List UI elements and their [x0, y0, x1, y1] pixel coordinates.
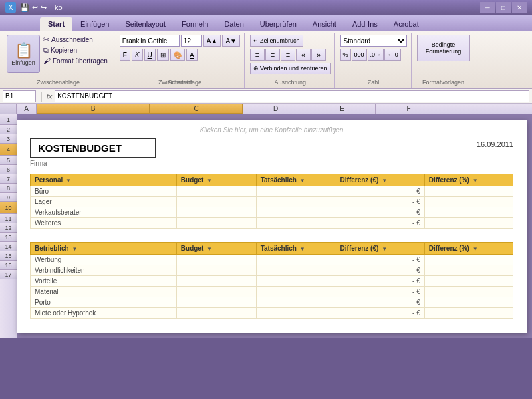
- betrieblich-dropdown-arrow[interactable]: ▼: [72, 246, 77, 252]
- row-label[interactable]: Büro: [31, 186, 177, 197]
- betrieblich-col4[interactable]: Differenz (€) ▼: [336, 243, 424, 255]
- decrease-font-button[interactable]: A▼: [222, 35, 240, 47]
- row-budget[interactable]: [176, 287, 256, 297]
- row-diff-euro[interactable]: - €: [336, 287, 424, 297]
- row-diff-pct[interactable]: [424, 265, 513, 276]
- indent-less-button[interactable]: «: [296, 49, 311, 61]
- row-tatsaechlich[interactable]: [256, 308, 336, 319]
- merge-center-button[interactable]: ⊕ Verbinden und zentrieren: [250, 63, 331, 74]
- row-diff-euro[interactable]: - €: [336, 308, 424, 319]
- col-header-c[interactable]: C: [150, 104, 243, 114]
- row-label[interactable]: Vorteile: [31, 276, 177, 287]
- row-budget[interactable]: [176, 255, 256, 265]
- row-diff-euro[interactable]: - €: [336, 265, 424, 276]
- row-label[interactable]: Lager: [31, 197, 177, 207]
- personal-col1[interactable]: Personal ▼: [31, 174, 177, 186]
- row-header-8[interactable]: 8: [0, 184, 17, 193]
- quick-access-undo[interactable]: ↩: [32, 3, 38, 12]
- tab-daten[interactable]: Daten: [216, 17, 251, 31]
- tatsaechlich2-dropdown-arrow[interactable]: ▼: [300, 246, 305, 252]
- kopieren-button[interactable]: ⧉ Kopieren: [41, 45, 110, 55]
- tab-addins[interactable]: Add-Ins: [344, 17, 386, 31]
- row-header-14[interactable]: 14: [0, 242, 17, 251]
- font-color-button[interactable]: A̲: [186, 49, 198, 61]
- align-left-button[interactable]: ≡: [250, 49, 265, 61]
- row-tatsaechlich[interactable]: [256, 186, 336, 197]
- quick-access-save[interactable]: 💾: [20, 3, 29, 12]
- personal-col5[interactable]: Differenz (%) ▼: [424, 174, 513, 186]
- row-tatsaechlich[interactable]: [256, 218, 336, 229]
- row-tatsaechlich[interactable]: [256, 265, 336, 276]
- row-budget[interactable]: [176, 265, 256, 276]
- italic-button[interactable]: K: [132, 49, 143, 61]
- row-tatsaechlich[interactable]: [256, 255, 336, 265]
- row-tatsaechlich[interactable]: [256, 287, 336, 297]
- row-diff-pct[interactable]: [424, 276, 513, 287]
- row-header-17[interactable]: 17: [0, 270, 17, 279]
- header-prompt[interactable]: Klicken Sie hier, um eine Kopfzeile hinz…: [30, 126, 513, 134]
- row-diff-pct[interactable]: [424, 218, 513, 229]
- border-button[interactable]: ⊞: [157, 49, 169, 61]
- row-header-16[interactable]: 16: [0, 261, 17, 270]
- row-header-12[interactable]: 12: [0, 223, 17, 233]
- row-tatsaechlich[interactable]: [256, 276, 336, 287]
- row-diff-pct[interactable]: [424, 207, 513, 218]
- tab-ueberpruefen[interactable]: Überprüfen: [252, 17, 305, 31]
- row-diff-euro[interactable]: - €: [336, 207, 424, 218]
- increase-decimal-button[interactable]: .0→: [368, 49, 384, 61]
- row-header-10[interactable]: 10: [0, 202, 17, 214]
- maximize-button[interactable]: □: [496, 2, 511, 13]
- row-diff-euro[interactable]: - €: [336, 197, 424, 207]
- tab-acrobat[interactable]: Acrobat: [386, 17, 427, 31]
- bold-button[interactable]: F: [120, 49, 130, 61]
- row-label[interactable]: Weiteres: [31, 218, 177, 229]
- col-header-d[interactable]: D: [243, 104, 309, 114]
- diffpct1-dropdown-arrow[interactable]: ▼: [473, 178, 478, 184]
- row-label[interactable]: Verbindlichkeiten: [31, 265, 177, 276]
- row-label[interactable]: Porto: [31, 297, 177, 308]
- row-diff-euro[interactable]: - €: [336, 297, 424, 308]
- diffeuro1-dropdown-arrow[interactable]: ▼: [382, 178, 387, 184]
- number-format-select[interactable]: Standard: [340, 35, 407, 47]
- betrieblich-col5[interactable]: Differenz (%) ▼: [424, 243, 513, 255]
- row-diff-pct[interactable]: [424, 197, 513, 207]
- font-size-input[interactable]: [181, 35, 202, 47]
- row-header-2[interactable]: 2: [0, 125, 17, 134]
- row-label[interactable]: Verkaufsberater: [31, 207, 177, 218]
- row-label[interactable]: Werbung: [31, 255, 177, 265]
- row-diff-euro[interactable]: - €: [336, 276, 424, 287]
- row-header-13[interactable]: 13: [0, 233, 17, 242]
- row-diff-euro[interactable]: - €: [336, 218, 424, 229]
- close-button[interactable]: ✕: [512, 2, 527, 13]
- row-header-11[interactable]: 11: [0, 214, 17, 223]
- row-budget[interactable]: [176, 186, 256, 197]
- underline-button[interactable]: U: [144, 49, 156, 61]
- cell-reference[interactable]: B1: [3, 90, 36, 102]
- thousands-button[interactable]: 000: [352, 49, 367, 61]
- budget2-dropdown-arrow[interactable]: ▼: [207, 246, 212, 252]
- fill-color-button[interactable]: 🎨: [170, 49, 185, 61]
- betrieblich-col2[interactable]: Budget ▼: [176, 243, 256, 255]
- row-budget[interactable]: [176, 276, 256, 287]
- formula-input[interactable]: [55, 90, 529, 102]
- font-name-input[interactable]: [120, 35, 180, 47]
- align-right-button[interactable]: ≡: [281, 49, 295, 61]
- row-budget[interactable]: [176, 197, 256, 207]
- tatsaechlich1-dropdown-arrow[interactable]: ▼: [300, 178, 305, 184]
- ausschneiden-button[interactable]: ✂ Ausschneiden: [41, 35, 110, 45]
- row-tatsaechlich[interactable]: [256, 207, 336, 218]
- tab-einfuegen[interactable]: Einfügen: [72, 17, 117, 31]
- format-button[interactable]: 🖌 Format übertragen: [41, 56, 110, 65]
- row-diff-pct[interactable]: [424, 255, 513, 265]
- row-label[interactable]: Miete oder Hypothek: [31, 308, 177, 319]
- indent-more-button[interactable]: »: [311, 49, 326, 61]
- betrieblich-col1[interactable]: Betrieblich ▼: [31, 243, 177, 255]
- tab-seitenlayout[interactable]: Seitenlayout: [118, 17, 174, 31]
- row-diff-pct[interactable]: [424, 186, 513, 197]
- percent-button[interactable]: %: [340, 49, 351, 61]
- row-header-4[interactable]: 4: [0, 144, 17, 156]
- row-diff-euro[interactable]: - €: [336, 255, 424, 265]
- row-budget[interactable]: [176, 218, 256, 229]
- tab-start[interactable]: Start: [40, 17, 72, 31]
- tab-formeln[interactable]: Formeln: [174, 17, 216, 31]
